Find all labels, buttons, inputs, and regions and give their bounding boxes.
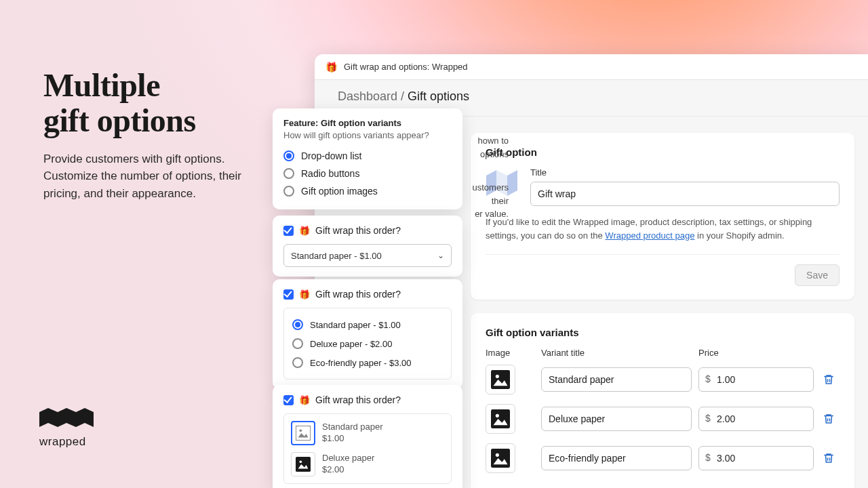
radio-icon xyxy=(292,319,303,330)
variants-panel: Gift option variants Image Variant title… xyxy=(471,313,854,488)
radio-icon xyxy=(292,357,303,368)
svg-point-10 xyxy=(496,375,499,378)
variant-row: $ xyxy=(486,443,840,473)
svg-marker-1 xyxy=(48,408,58,427)
svg-marker-2 xyxy=(58,408,66,427)
delete-variant-button[interactable] xyxy=(821,371,837,388)
gift-wrap-label: Gift wrap this order? xyxy=(315,289,401,300)
checkbox-icon[interactable] xyxy=(283,395,294,405)
gift-wrap-label: Gift wrap this order? xyxy=(315,225,401,236)
svg-marker-5 xyxy=(85,408,94,427)
feature-subtitle: How will gift options variants appear? xyxy=(283,130,452,140)
variant-image-placeholder[interactable] xyxy=(486,365,515,394)
delete-variant-button[interactable] xyxy=(821,411,837,427)
gift-icon: 🎁 xyxy=(299,289,310,300)
currency-symbol: $ xyxy=(705,373,711,384)
svg-point-14 xyxy=(496,453,499,457)
variants-heading: Gift option variants xyxy=(486,327,840,338)
col-price: Price xyxy=(698,348,814,358)
wrapped-product-link[interactable]: Wrapped product page xyxy=(605,230,694,241)
checkbox-icon[interactable] xyxy=(283,226,294,236)
gift-option-heading: Gift option xyxy=(486,146,840,158)
svg-rect-9 xyxy=(491,370,510,389)
svg-point-16 xyxy=(300,430,302,432)
delete-variant-button[interactable] xyxy=(821,450,837,466)
hero-subtitle: Provide customers with gift options. Cus… xyxy=(43,150,274,203)
variant-image-placeholder[interactable] xyxy=(486,443,515,473)
gift-wrap-select[interactable]: Standard paper - $1.00 ⌄ xyxy=(283,244,452,267)
radio-icon xyxy=(283,150,294,161)
breadcrumb-root[interactable]: Dashboard xyxy=(338,89,397,103)
help-text: If you'd like to edit the Wrapped image,… xyxy=(486,216,840,242)
variant-price-input[interactable] xyxy=(698,446,814,470)
title-label: Title xyxy=(530,167,840,178)
variant-title-input[interactable] xyxy=(541,446,692,470)
gift-icon: 🎁 xyxy=(299,226,310,236)
wrapped-logo-icon xyxy=(39,408,94,431)
variant-title-input[interactable] xyxy=(541,407,692,431)
svg-rect-13 xyxy=(491,449,510,468)
svg-marker-0 xyxy=(39,408,48,427)
brand-logo: wrapped xyxy=(39,408,94,449)
radio-icon xyxy=(283,168,294,179)
gift-wrap-label: Gift wrap this order? xyxy=(315,394,401,405)
svg-marker-3 xyxy=(66,408,76,427)
svg-point-12 xyxy=(496,414,499,418)
variant-price-input[interactable] xyxy=(698,367,814,392)
svg-marker-8 xyxy=(507,170,517,196)
variant-image-placeholder[interactable] xyxy=(486,404,515,434)
brand-name: wrapped xyxy=(39,435,94,449)
svg-rect-11 xyxy=(491,409,510,428)
titlebar-text: Gift wrap and options: Wrapped xyxy=(344,62,468,72)
option-gift-images[interactable]: Gift option images xyxy=(283,182,452,200)
checkbox-icon[interactable] xyxy=(283,289,294,300)
svg-rect-17 xyxy=(296,457,311,472)
variant-row: $ xyxy=(486,404,840,434)
variant-price-input[interactable] xyxy=(698,407,814,431)
currency-symbol: $ xyxy=(705,452,711,463)
svg-marker-4 xyxy=(76,408,85,427)
save-button[interactable]: Save xyxy=(795,264,840,286)
radio-icon xyxy=(292,338,303,349)
hero: Multiplegift options Provide customers w… xyxy=(43,68,274,202)
titlebar: 🎁 Gift wrap and options: Wrapped xyxy=(315,54,868,80)
variant-row: $ xyxy=(486,365,840,394)
gift-icon: 🎁 xyxy=(299,395,310,405)
option-radio-buttons[interactable]: Radio buttons xyxy=(283,165,452,182)
image-option[interactable]: Deluxe paper $2.00 xyxy=(291,452,444,476)
wrap-option[interactable]: Eco-friendly paper - $3.00 xyxy=(292,353,443,372)
svg-point-18 xyxy=(300,461,302,464)
image-option[interactable]: Standard paper $1.00 xyxy=(291,421,444,445)
variant-title-input[interactable] xyxy=(541,367,692,392)
feature-title: Feature: Gift option variants xyxy=(283,118,452,128)
col-title: Variant title xyxy=(541,348,692,358)
wrap-option[interactable]: Standard paper - $1.00 xyxy=(292,315,443,334)
gift-icon: 🎁 xyxy=(326,62,337,73)
preview-radio-card: 🎁 Gift wrap this order? Standard paper -… xyxy=(273,279,462,389)
col-image: Image xyxy=(486,348,534,358)
currency-symbol: $ xyxy=(705,413,711,424)
option-dropdown-list[interactable]: Drop-down list xyxy=(283,147,452,165)
hero-title: Multiplegift options xyxy=(43,68,274,138)
preview-images-card: 🎁 Gift wrap this order? Standard paper $… xyxy=(273,385,462,488)
feature-variants-card: Feature: Gift option variants How will g… xyxy=(273,108,462,209)
image-placeholder-icon xyxy=(291,421,315,445)
image-placeholder-icon xyxy=(291,452,315,476)
gift-option-panel: Gift option Title If you'd like to edit … xyxy=(471,133,854,300)
svg-rect-15 xyxy=(296,426,311,441)
obscured-help-text: hown to options ustomers their er value. xyxy=(471,134,509,221)
breadcrumb-current: Gift options xyxy=(408,89,469,103)
wrap-option[interactable]: Deluxe paper - $2.00 xyxy=(292,334,443,353)
preview-dropdown-card: 🎁 Gift wrap this order? Standard paper -… xyxy=(273,216,462,277)
radio-icon xyxy=(283,186,294,197)
chevron-down-icon: ⌄ xyxy=(437,251,444,260)
title-input[interactable] xyxy=(530,182,840,206)
